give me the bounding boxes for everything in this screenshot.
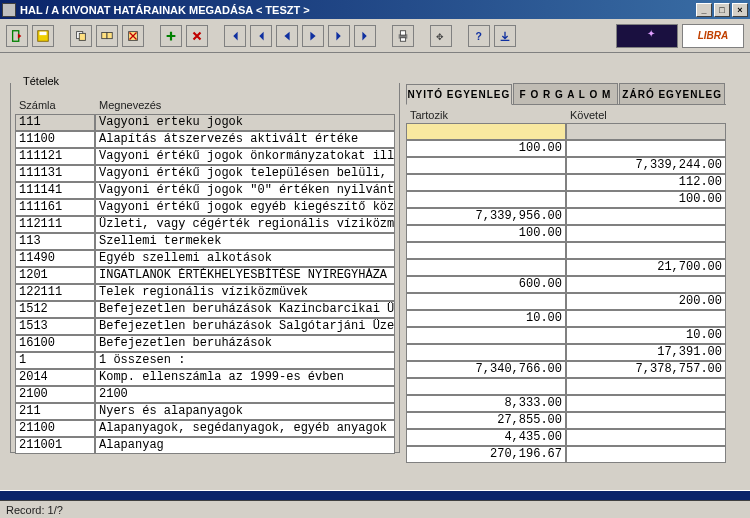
- cell-szamla[interactable]: 111131: [15, 165, 95, 182]
- cell-megnevezes[interactable]: Nyers és alapanyagok: [95, 403, 395, 420]
- right-grid[interactable]: 100.007,339,244.00112.00100.007,339,956.…: [406, 123, 726, 463]
- tab-zaro-egyenleg[interactable]: ZÁRÓ EGYENLEG: [619, 83, 725, 104]
- cell-szamla[interactable]: 1201: [15, 267, 95, 284]
- cell-tartozik[interactable]: [406, 191, 566, 208]
- cell-megnevezes[interactable]: Befejezetlen beruházások: [95, 335, 395, 352]
- cell-megnevezes[interactable]: Üzleti, vagy cégérték regionális víziköz…: [95, 216, 395, 233]
- balance-row[interactable]: 27,855.00: [406, 412, 726, 429]
- cell-szamla[interactable]: 122111: [15, 284, 95, 301]
- cell-kovetel[interactable]: [566, 378, 726, 395]
- cell-megnevezes[interactable]: Befejezetlen beruházások Salgótarjáni Üz…: [95, 318, 395, 335]
- cell-szamla[interactable]: 211001: [15, 437, 95, 454]
- table-row[interactable]: 122111Telek regionális víziközmüvek: [15, 284, 395, 301]
- cell-szamla[interactable]: 111121: [15, 148, 95, 165]
- cell-tartozik[interactable]: [406, 327, 566, 344]
- cell-megnevezes[interactable]: 1 összesen :: [95, 352, 395, 369]
- cell-szamla[interactable]: 1512: [15, 301, 95, 318]
- cell-kovetel[interactable]: [566, 310, 726, 327]
- balance-row[interactable]: 200.00: [406, 293, 726, 310]
- cell-tartozik[interactable]: 100.00: [406, 225, 566, 242]
- table-row[interactable]: 211Nyers és alapanyagok: [15, 403, 395, 420]
- balance-row[interactable]: 270,196.67: [406, 446, 726, 463]
- cell-szamla[interactable]: 2014: [15, 369, 95, 386]
- balance-row[interactable]: 100.00: [406, 140, 726, 157]
- table-row[interactable]: 1201INGATLANOK ÉRTÉKHELYESBÍTÉSE NYIREGY…: [15, 267, 395, 284]
- first-record-icon[interactable]: [224, 25, 246, 47]
- cell-kovetel[interactable]: [566, 242, 726, 259]
- delete-icon[interactable]: [122, 25, 144, 47]
- cell-kovetel[interactable]: [566, 446, 726, 463]
- cell-szamla[interactable]: 1: [15, 352, 95, 369]
- cell-szamla[interactable]: 1513: [15, 318, 95, 335]
- cell-kovetel[interactable]: [566, 412, 726, 429]
- cell-tartozik[interactable]: [406, 157, 566, 174]
- cell-megnevezes[interactable]: Vagyoni értékű jogok településen belüli,…: [95, 165, 395, 182]
- cell-kovetel[interactable]: 7,339,244.00: [566, 157, 726, 174]
- cell-tartozik[interactable]: 4,435.00: [406, 429, 566, 446]
- minimize-button[interactable]: _: [696, 3, 712, 17]
- balance-row[interactable]: 100.00: [406, 225, 726, 242]
- table-row[interactable]: 21002100: [15, 386, 395, 403]
- cell-tartozik[interactable]: 27,855.00: [406, 412, 566, 429]
- balance-row[interactable]: 112.00: [406, 174, 726, 191]
- prev-page-icon[interactable]: [250, 25, 272, 47]
- balance-row[interactable]: 10.00: [406, 310, 726, 327]
- cell-tartozik[interactable]: [406, 174, 566, 191]
- export-icon[interactable]: [494, 25, 516, 47]
- cell-szamla[interactable]: 11100: [15, 131, 95, 148]
- cell-szamla[interactable]: 112111: [15, 216, 95, 233]
- balance-row[interactable]: 7,339,956.00: [406, 208, 726, 225]
- cell-tartozik[interactable]: 270,196.67: [406, 446, 566, 463]
- cell-tartozik[interactable]: [406, 344, 566, 361]
- cell-megnevezes[interactable]: Alapanyag: [95, 437, 395, 454]
- cell-megnevezes[interactable]: Telek regionális víziközmüvek: [95, 284, 395, 301]
- cell-szamla[interactable]: 21100: [15, 420, 95, 437]
- table-row[interactable]: 21100Alapanyagok, segédanyagok, egyéb an…: [15, 420, 395, 437]
- prev-record-icon[interactable]: [276, 25, 298, 47]
- cell-kovetel[interactable]: [566, 208, 726, 225]
- balance-row[interactable]: 17,391.00: [406, 344, 726, 361]
- table-row[interactable]: 111161Vagyoni értékű jogok egyéb kiegész…: [15, 199, 395, 216]
- balance-row[interactable]: 100.00: [406, 191, 726, 208]
- cell-megnevezes[interactable]: Alapítás átszervezés aktivált értéke: [95, 131, 395, 148]
- cell-szamla[interactable]: 113: [15, 233, 95, 250]
- cell-kovetel[interactable]: [566, 429, 726, 446]
- copy-icon[interactable]: [70, 25, 92, 47]
- balance-row[interactable]: 8,333.00: [406, 395, 726, 412]
- table-row[interactable]: 2014Komp. ellenszámla az 1999-es évben: [15, 369, 395, 386]
- cell-kovetel[interactable]: 17,391.00: [566, 344, 726, 361]
- table-row[interactable]: 11490Egyéb szellemi alkotások: [15, 250, 395, 267]
- cell-tartozik[interactable]: 7,340,766.00: [406, 361, 566, 378]
- cell-megnevezes[interactable]: Vagyoni erteku jogok: [95, 114, 395, 131]
- help-icon[interactable]: ?: [468, 25, 490, 47]
- balance-row[interactable]: 7,340,766.007,378,757.00: [406, 361, 726, 378]
- table-row[interactable]: 211001Alapanyag: [15, 437, 395, 454]
- next-page-icon[interactable]: [328, 25, 350, 47]
- maximize-button[interactable]: □: [714, 3, 730, 17]
- next-record-icon[interactable]: [302, 25, 324, 47]
- cell-kovetel[interactable]: [566, 276, 726, 293]
- cell-tartozik[interactable]: 100.00: [406, 140, 566, 157]
- cell-kovetel[interactable]: 200.00: [566, 293, 726, 310]
- balance-row[interactable]: 600.00: [406, 276, 726, 293]
- table-row[interactable]: 111141Vagyoni értékű jogok "0" értéken n…: [15, 182, 395, 199]
- table-row[interactable]: 113Szellemi termekek: [15, 233, 395, 250]
- add-row-icon[interactable]: [160, 25, 182, 47]
- save-icon[interactable]: [32, 25, 54, 47]
- cell-tartozik[interactable]: 10.00: [406, 310, 566, 327]
- cell-szamla[interactable]: 2100: [15, 386, 95, 403]
- cell-kovetel[interactable]: [566, 395, 726, 412]
- cell-megnevezes[interactable]: 2100: [95, 386, 395, 403]
- cell-szamla[interactable]: 11490: [15, 250, 95, 267]
- close-button[interactable]: ×: [732, 3, 748, 17]
- cell-szamla[interactable]: 211: [15, 403, 95, 420]
- cell-megnevezes[interactable]: Vagyoni értékű jogok egyéb kiegészítő kö…: [95, 199, 395, 216]
- cell-tartozik[interactable]: 8,333.00: [406, 395, 566, 412]
- table-row[interactable]: 111121Vagyoni értékű jogok önkormányzato…: [15, 148, 395, 165]
- table-row[interactable]: 112111Üzleti, vagy cégérték regionális v…: [15, 216, 395, 233]
- cell-megnevezes[interactable]: Befejezetlen beruházások Kazincbarcikai …: [95, 301, 395, 318]
- tools-icon[interactable]: ✥: [430, 25, 452, 47]
- cell-tartozik[interactable]: [406, 378, 566, 395]
- cell-megnevezes[interactable]: Komp. ellenszámla az 1999-es évben: [95, 369, 395, 386]
- cell-megnevezes[interactable]: Alapanyagok, segédanyagok, egyéb anyagok: [95, 420, 395, 437]
